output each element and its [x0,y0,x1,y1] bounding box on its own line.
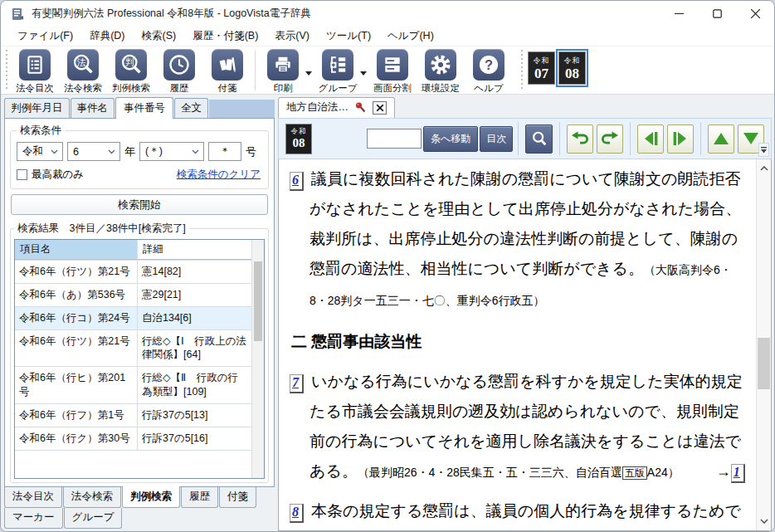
year-suffix-label: 年 [124,144,135,159]
search-tab-strip: 判例年月日事件名事件番号全文 [4,97,275,118]
toolbar-button-履歴[interactable]: 履歴 [155,48,203,95]
result-row[interactable]: 令和6年（行フ）第1号行訴37の5[13] [15,404,251,427]
panel-tab-履歴[interactable]: 履歴 [181,487,218,508]
toc-button[interactable]: 目次 [480,126,513,152]
scroll-down-button[interactable] [757,514,771,529]
goto-article-button[interactable]: 条へ移動 [423,126,478,152]
results-table: 項目名詳細令和6年（行ツ）第21号憲14[82]令和6年（あ）第536号憲29[… [14,239,265,479]
previous-item-button[interactable] [708,124,734,154]
menu-item[interactable]: 検索(S) [134,27,185,46]
edition-badge-num: 08 [293,137,305,150]
toolbar-separator [518,122,519,155]
search-panel: 判例年月日事件名事件番号全文 検索条件 令和 6 年 [1,95,275,531]
toolbar-button-環境設定[interactable]: 環境設定 [417,48,465,95]
result-row[interactable]: 令和6年（あ）第536号憲29[21] [15,284,251,307]
search-results-group: 検索結果 3件目／38件中[検索完了] 項目名詳細令和6年（行ツ）第21号憲14… [10,222,269,483]
menu-item[interactable]: 表示(V) [266,27,318,46]
panel-tab-マーカー[interactable]: マーカー [4,508,63,529]
document-tab[interactable]: 地方自治法… [278,97,395,118]
number-suffix-label: 号 [246,144,256,159]
supreme-court-only-label: 最高裁のみ [32,168,84,182]
menu-item[interactable]: 履歴・付箋(B) [184,27,266,46]
panel-tab-グループ[interactable]: グループ [64,508,123,529]
results-scrollbar-thumb[interactable] [254,261,262,341]
cross-reference-link[interactable]: →1 [716,462,745,480]
result-detail: 行訴37の5[13] [138,404,251,427]
search-tab-事件番号[interactable]: 事件番号 [115,97,173,119]
court-select[interactable]: (＊) [139,142,204,161]
panel-tab-法令検索[interactable]: 法令検索 [63,487,121,508]
results-scrollbar[interactable] [251,240,264,478]
menu-item[interactable]: 辞典(D) [81,27,133,46]
forward-button[interactable] [597,124,623,154]
paragraph-7-citation-post: A24） [647,466,680,479]
minimize-button[interactable] [660,1,698,27]
clear-conditions-link[interactable]: 検索条件のクリア [177,168,261,182]
panel-tab-判例検索[interactable]: 判例検索 [122,486,180,508]
year-select[interactable]: 6 [67,142,120,161]
dropdown-arrow-icon[interactable] [360,71,367,76]
close-button[interactable] [736,1,774,27]
search-tab-全文[interactable]: 全文 [174,98,208,118]
results-header-detail[interactable]: 詳細 [138,240,251,260]
toolbar-button-グループ[interactable]: グループ [314,48,362,95]
maximize-button[interactable] [698,1,736,27]
toolbar-buttons: 法令目次法法令検索判判例検索履歴付箋印刷グループ画面分割環境設定?ヘルプ [11,48,513,95]
toolbar-grip[interactable] [4,50,9,91]
result-row[interactable]: 令和6年（行ヒ）第201号行総◇【Ⅱ 行政の行為類型】[109] [15,367,251,404]
printer-icon [267,49,299,81]
next-article-button[interactable] [667,124,694,154]
toolbar-button-法令検索[interactable]: 法法令検索 [59,48,107,95]
menu-item[interactable]: ファイル(F) [9,27,81,46]
results-header-name[interactable]: 項目名 [15,240,138,260]
paragraph-6-marker[interactable]: 6 [290,172,304,191]
panel-tab-法令目次[interactable]: 法令目次 [4,487,62,508]
toolbar-button-ヘルプ[interactable]: ?ヘルプ [465,48,513,95]
dropdown-arrow-icon[interactable] [305,71,312,76]
toolbar-grip2[interactable] [519,50,524,91]
pin-icon[interactable] [354,101,367,114]
toolbar-button-印刷[interactable]: 印刷 [259,48,307,95]
toolbar-button-label: 環境設定 [422,82,460,95]
scroll-up-button[interactable] [757,161,771,176]
edition-button-07[interactable]: 令和07 [528,51,555,85]
tab-strip-filler [209,100,275,118]
panel-tab-付箋[interactable]: 付箋 [219,487,256,508]
search-in-document-button[interactable] [525,124,553,154]
toolbar-button-label: 印刷 [274,82,293,95]
toolbar-overflow-button[interactable] [758,143,769,157]
next-icon [672,131,689,146]
undo-arrow-icon [571,131,589,146]
back-button[interactable] [567,124,593,154]
document-scrollbar[interactable] [756,159,771,530]
article-number-input[interactable] [367,129,422,149]
menu-item[interactable]: ツール(T) [318,27,379,46]
search-tab-判例年月日[interactable]: 判例年月日 [4,98,70,118]
toolbar-button-判例検索[interactable]: 判判例検索 [107,48,155,95]
menu-item[interactable]: ヘルプ(H) [379,27,442,46]
search-start-button[interactable]: 検索開始 [11,194,268,215]
edition-badge: 令和 08 [285,124,312,154]
toolbar-button-label: 法令検索 [64,82,102,95]
edition-button-08[interactable]: 令和08 [558,51,586,85]
toolbar-separator [255,51,256,90]
prev-icon [642,131,659,146]
supreme-court-only-checkbox[interactable] [17,169,27,180]
result-row[interactable]: 令和6年（行ツ）第21号行総◇【Ⅰ 行政上の法律関係】[64] [15,330,251,368]
result-row[interactable]: 令和6年（行ク）第30号行訴37の5[16] [15,427,251,451]
result-case-number: 令和6年（行フ）第1号 [15,404,138,427]
toolbar-button-法令目次[interactable]: 法令目次 [11,48,59,95]
case-number-input[interactable] [208,142,241,161]
result-case-number: 令和6年（あ）第536号 [15,284,138,306]
toolbar-button-画面分割[interactable]: 画面分割 [368,48,417,95]
paragraph-7-marker[interactable]: 7 [290,374,304,393]
result-row[interactable]: 令和6年（行コ）第24号自治134[6] [15,307,251,330]
result-row[interactable]: 令和6年（行ツ）第21号憲14[82] [15,261,251,284]
paragraph-8-marker[interactable]: 8 [290,504,304,523]
document-scrollbar-thumb[interactable] [758,338,770,389]
search-tab-事件名[interactable]: 事件名 [71,98,115,118]
previous-article-button[interactable] [637,124,664,154]
document-close-button[interactable] [373,101,387,115]
era-select[interactable]: 令和 [17,142,63,161]
toolbar-button-付箋[interactable]: 付箋 [203,48,251,95]
